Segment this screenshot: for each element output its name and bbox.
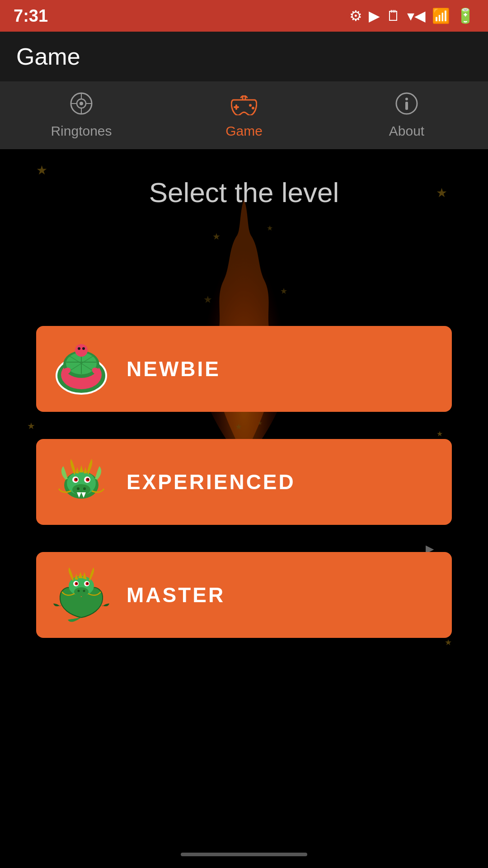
play-icon: ▶ [369, 7, 380, 24]
svg-point-63 [78, 590, 80, 592]
star-decoration: ★ [445, 637, 452, 647]
svg-rect-15 [405, 102, 408, 110]
svg-point-48 [77, 487, 80, 490]
tab-about-label: About [389, 123, 424, 139]
signal-icon: 📶 [432, 7, 450, 24]
tab-ringtones-label: Ringtones [51, 123, 112, 139]
battery-icon: 🔋 [456, 7, 474, 24]
app-bar: Game [0, 32, 488, 81]
svg-marker-59 [75, 467, 79, 473]
clipboard-icon: 🗒 [386, 8, 401, 24]
settings-icon: ⚙ [349, 7, 362, 24]
tab-game[interactable]: Game [163, 81, 325, 149]
level-buttons-container: NEWBIE [0, 326, 488, 638]
svg-marker-71 [78, 572, 83, 578]
tab-bar: Ringtones Game Abou [0, 81, 488, 149]
home-indicator [181, 853, 307, 856]
tab-about[interactable]: About [325, 81, 488, 149]
svg-rect-8 [234, 106, 239, 108]
svg-point-10 [252, 107, 254, 109]
svg-text:★: ★ [212, 231, 221, 241]
svg-text:★: ★ [203, 294, 212, 305]
select-level-title: Select the level [149, 176, 339, 208]
game-icon [231, 92, 257, 121]
tab-ringtones[interactable]: Ringtones [0, 81, 163, 149]
star-decoration: ★ [436, 185, 447, 200]
svg-point-9 [249, 104, 252, 107]
svg-point-62 [74, 587, 89, 596]
newbie-icon [50, 337, 113, 401]
app-title: Game [16, 43, 80, 70]
main-content: ★ ★ ★ ★ ★ ★ ★ ★ ★ ★ ★ ★ ★ ★ ▶ ★ ★ Select… [0, 149, 488, 841]
svg-marker-60 [84, 467, 87, 473]
svg-marker-58 [79, 465, 84, 472]
svg-point-55 [87, 478, 89, 480]
wifi-icon: ▾◀ [407, 7, 426, 24]
svg-point-40 [82, 347, 85, 350]
svg-point-70 [87, 583, 89, 584]
ringtones-icon [70, 92, 93, 121]
experienced-level-button[interactable]: EXPERIENCED [36, 439, 452, 525]
tab-game-label: Game [225, 123, 263, 139]
experienced-label: EXPERIENCED [127, 470, 296, 494]
experienced-icon [50, 450, 113, 514]
svg-point-14 [405, 98, 408, 100]
about-icon [395, 92, 418, 121]
svg-point-64 [83, 590, 85, 592]
bottom-bar [0, 841, 488, 868]
svg-point-69 [76, 583, 78, 584]
svg-text:★: ★ [267, 224, 273, 232]
svg-point-54 [75, 478, 77, 480]
master-level-button[interactable]: MASTER [36, 552, 452, 638]
svg-point-2 [80, 102, 83, 105]
master-label: MASTER [127, 583, 225, 607]
svg-point-39 [78, 347, 80, 350]
master-icon [50, 563, 113, 627]
status-time: 7:31 [14, 6, 48, 26]
newbie-level-button[interactable]: NEWBIE [36, 326, 452, 412]
status-icons: ⚙ ▶ 🗒 ▾◀ 📶 🔋 [349, 7, 474, 24]
svg-point-38 [75, 344, 88, 357]
star-decoration: ★ [36, 163, 47, 178]
svg-text:★: ★ [280, 287, 287, 296]
status-bar: 7:31 ⚙ ▶ 🗒 ▾◀ 📶 🔋 [0, 0, 488, 32]
svg-point-47 [72, 484, 90, 495]
newbie-label: NEWBIE [127, 357, 221, 381]
svg-marker-73 [83, 572, 87, 580]
svg-point-49 [83, 487, 86, 490]
